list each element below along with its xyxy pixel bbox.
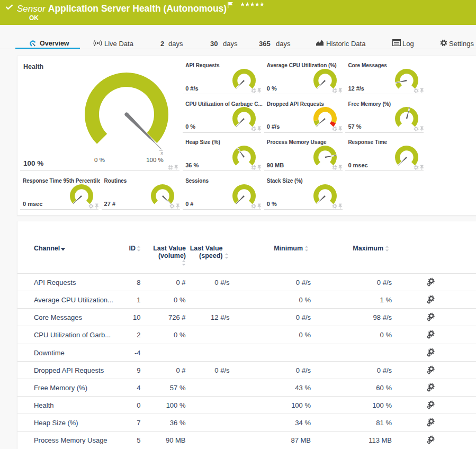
svg-text:x: x: [160, 150, 163, 156]
